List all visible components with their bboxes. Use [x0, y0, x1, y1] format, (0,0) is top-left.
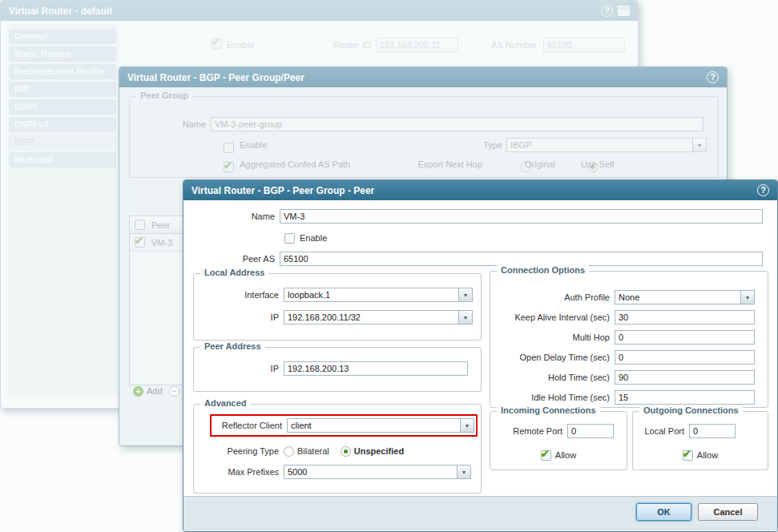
sidebar-item-redistribution-profile: Redistribution Profile: [9, 64, 116, 79]
virtual-router-titlebar: Virtual Router - default ?: [1, 1, 638, 21]
sidebar-item-multicast: Multicast: [9, 152, 116, 167]
outgoing-allow-checkbox[interactable]: [683, 450, 693, 461]
router-id-label: Router ID: [316, 40, 371, 50]
peer-group-fieldset: Peer Group Name Enable Type IBGP ▼ A: [129, 96, 719, 178]
reflector-client-dropdown[interactable]: client ▼: [287, 418, 474, 433]
open-delay-label: Open Delay Time (sec): [495, 353, 615, 362]
peer-enable-label: Enable: [300, 233, 327, 243]
peer-group-title: Virtual Router - BGP - Peer Group/Peer: [127, 72, 304, 83]
bilateral-label: Bilateral: [297, 446, 329, 456]
incoming-connections-fieldset: Incoming Connections Remote Port Allow: [490, 411, 627, 470]
screen: Virtual Router - default ? General Stati…: [0, 0, 778, 532]
remote-port-input[interactable]: [567, 424, 614, 438]
row-checkbox: [135, 237, 145, 248]
keep-alive-input[interactable]: [615, 310, 755, 324]
as-number-input: [543, 38, 625, 52]
peer-dialog: Virtual Router - BGP - Peer Group - Peer…: [183, 179, 778, 532]
keep-alive-label: Keep Alive Interval (sec): [495, 312, 615, 322]
remote-port-label: Remote Port: [494, 426, 567, 436]
sidebar-item-rip: RIP: [9, 82, 116, 97]
chevron-down-icon[interactable]: ▼: [457, 466, 470, 478]
chevron-down-icon[interactable]: ▼: [460, 419, 474, 432]
hold-time-input[interactable]: [615, 370, 755, 385]
local-ip-dropdown[interactable]: 192.168.200.11/32 ▼: [284, 310, 473, 324]
help-icon[interactable]: ?: [757, 184, 769, 196]
chevron-down-icon: ▼: [692, 139, 706, 151]
bilateral-radio[interactable]: [284, 446, 294, 457]
unspecified-radio[interactable]: [341, 446, 351, 457]
local-port-label: Local Port: [636, 426, 689, 436]
auth-profile-label: Auth Profile: [495, 292, 615, 302]
peer-name-label: Name: [188, 212, 280, 221]
add-icon: +: [133, 386, 143, 397]
sidebar-item-general: General: [9, 29, 116, 44]
unspecified-label: Unspecified: [354, 446, 404, 456]
peer-ip-label: IP: [199, 364, 284, 373]
dialog-footer: OK Cancel: [183, 496, 777, 531]
peer-as-label: Peer AS: [188, 254, 280, 264]
pg-name-input: [211, 117, 703, 131]
interface-label: Interface: [199, 290, 284, 300]
multi-hop-label: Multi Hop: [495, 332, 615, 342]
peer-enable-checkbox[interactable]: [284, 233, 295, 244]
select-all-checkbox: [135, 220, 145, 230]
bgp-enable-label: Enable: [227, 40, 254, 50]
reflector-client-label: Reflector Client: [213, 421, 287, 430]
interface-dropdown[interactable]: loopback.1 ▼: [284, 288, 473, 302]
multi-hop-input[interactable]: [615, 330, 755, 345]
cancel-button[interactable]: Cancel: [698, 503, 758, 521]
incoming-connections-legend: Incoming Connections: [497, 405, 600, 415]
outgoing-connections-legend: Outgoing Connections: [639, 405, 743, 415]
as-number-label: AS Number: [484, 40, 537, 50]
idle-hold-time-input[interactable]: [615, 390, 755, 405]
local-address-fieldset: Local Address Interface loopback.1 ▼ IP …: [193, 273, 482, 341]
pg-enable-checkbox: [224, 143, 234, 153]
sidebar-item-ospf: OSPF: [9, 99, 116, 115]
pg-aggregated-label: Aggregated Confed AS Path: [240, 159, 350, 169]
pg-aggregated-checkbox: [224, 162, 234, 172]
peer-as-input[interactable]: [280, 252, 763, 266]
help-icon: ?: [707, 71, 719, 83]
pg-export-label: Export Next Hop: [354, 159, 482, 169]
max-prefixes-dropdown[interactable]: 5000 ▼: [284, 465, 471, 479]
router-id-input: [376, 38, 458, 52]
peer-address-legend: Peer Address: [200, 341, 265, 351]
incoming-allow-label: Allow: [555, 450, 576, 460]
virtual-router-title: Virtual Router - default: [9, 6, 112, 17]
sidebar-item-ospfv3: OSPFv3: [9, 117, 116, 132]
delete-icon: −: [169, 386, 179, 397]
chevron-down-icon[interactable]: ▼: [740, 291, 754, 304]
bgp-enable-checkbox: [212, 38, 222, 49]
reflector-client-highlight: Reflector Client client ▼: [210, 414, 478, 437]
pg-type-label: Type: [426, 140, 502, 150]
local-ip-label: IP: [199, 312, 284, 322]
chevron-down-icon[interactable]: ▼: [458, 311, 472, 324]
peering-type-label: Peering Type: [199, 446, 284, 456]
virtual-router-sidebar: General Static Routes Redistribution Pro…: [6, 24, 119, 397]
advanced-legend: Advanced: [200, 398, 251, 408]
outgoing-allow-label: Allow: [697, 450, 718, 460]
peer-ip-input[interactable]: [284, 361, 468, 376]
peer-column-header: Peer: [151, 220, 170, 230]
ok-button[interactable]: OK: [636, 503, 691, 521]
peer-row-label: VM-3: [151, 238, 172, 248]
chevron-down-icon[interactable]: ▼: [458, 288, 472, 301]
add-button: + Add: [133, 385, 163, 397]
incoming-allow-checkbox[interactable]: [541, 450, 551, 461]
idle-hold-time-label: Idle Hold Time (sec): [495, 393, 615, 402]
advanced-fieldset: Advanced Reflector Client client ▼ Peeri…: [193, 404, 482, 494]
open-delay-input[interactable]: [615, 350, 755, 365]
local-port-input[interactable]: [689, 424, 736, 438]
add-label: Add: [147, 386, 163, 396]
peer-group-titlebar: Virtual Router - BGP - Peer Group/Peer ?: [119, 67, 727, 87]
connection-options-legend: Connection Options: [497, 265, 589, 275]
pg-name-label: Name: [130, 119, 211, 129]
help-icon: ?: [601, 5, 613, 17]
hold-time-label: Hold Time (sec): [495, 373, 615, 382]
pg-enable-label: Enable: [240, 140, 267, 150]
window-icon: [618, 6, 630, 16]
peer-name-input[interactable]: [280, 209, 763, 224]
outgoing-connections-fieldset: Outgoing Connections Local Port Allow: [632, 411, 768, 470]
peer-dialog-titlebar[interactable]: Virtual Router - BGP - Peer Group - Peer…: [183, 180, 777, 200]
auth-profile-dropdown[interactable]: None ▼: [615, 290, 755, 304]
